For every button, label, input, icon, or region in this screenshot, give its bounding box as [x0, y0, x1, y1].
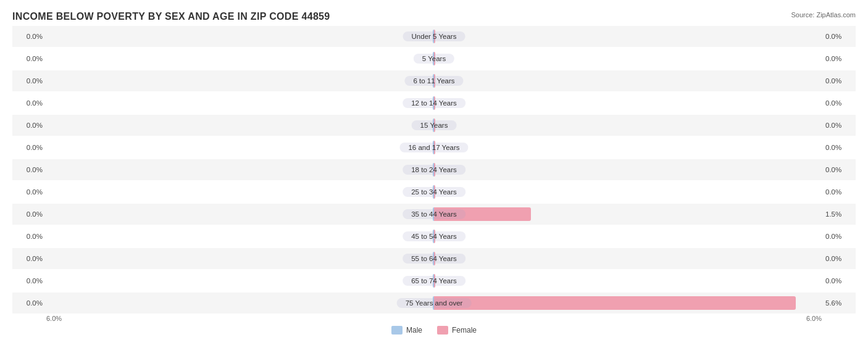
bar-track: 5 Years [46, 51, 822, 67]
female-bar [434, 274, 435, 288]
bar-center: 75 Years and over [46, 293, 822, 314]
bar-center: 55 to 64 Years [46, 248, 822, 269]
male-bar-container [46, 228, 434, 244]
legend-female-label: Female [452, 326, 477, 335]
female-bar [434, 96, 435, 110]
bar-track: 35 to 44 Years [46, 206, 822, 222]
left-value: 0.0% [12, 255, 46, 262]
female-bar [434, 118, 435, 132]
male-bar-container [46, 184, 434, 200]
axis-right: 6.0% [806, 315, 822, 322]
table-row: 0.0% 55 to 64 Years 0.0% [12, 248, 856, 269]
right-value: 0.0% [822, 99, 856, 107]
female-bar [434, 207, 531, 221]
left-value: 0.0% [12, 166, 46, 173]
bar-track: 16 and 17 Years [46, 139, 822, 156]
male-bar-container [46, 251, 434, 267]
left-value: 0.0% [12, 99, 46, 107]
bar-track: 55 to 64 Years [46, 251, 822, 267]
table-row: 0.0% 15 Years 0.0% [12, 115, 856, 136]
male-bar-container [46, 162, 434, 178]
left-value: 0.0% [12, 188, 46, 196]
female-bar-container [434, 117, 822, 133]
left-value: 0.0% [12, 33, 46, 40]
female-bar-container [434, 95, 822, 111]
female-bar [434, 296, 796, 310]
bar-track: 45 to 54 Years [46, 228, 822, 244]
bar-track: 12 to 14 Years [46, 95, 822, 111]
table-row: 0.0% 18 to 24 Years 0.0% [12, 159, 856, 180]
rows-container: 0.0% Under 5 Years 0.0% 0.0% [12, 26, 856, 314]
bar-track: 25 to 34 Years [46, 184, 822, 200]
left-value: 0.0% [12, 299, 46, 307]
right-value: 0.0% [822, 166, 856, 173]
right-value: 0.0% [822, 188, 856, 196]
bar-track: 18 to 24 Years [46, 162, 822, 178]
right-value: 0.0% [822, 144, 856, 151]
right-value: 0.0% [822, 122, 856, 129]
female-bar [434, 185, 435, 199]
axis-left: 6.0% [46, 315, 62, 322]
table-row: 0.0% 6 to 11 Years 0.0% [12, 70, 856, 91]
left-value: 0.0% [12, 122, 46, 129]
bar-center: 65 to 74 Years [46, 270, 822, 291]
female-bar [434, 52, 435, 65]
bar-track: 65 to 74 Years [46, 273, 822, 289]
table-row: 0.0% 16 and 17 Years 0.0% [12, 137, 856, 158]
male-bar-container [46, 206, 434, 222]
female-bar-container [434, 228, 822, 244]
female-swatch [437, 326, 448, 335]
right-value: 0.0% [822, 77, 856, 85]
legend-male-label: Male [406, 326, 422, 335]
bar-center: 6 to 11 Years [46, 70, 822, 91]
axis-labels: 6.0% 6.0% [12, 315, 856, 322]
bar-track: 15 Years [46, 117, 822, 133]
table-row: 0.0% 65 to 74 Years 0.0% [12, 270, 856, 291]
chart-title: INCOME BELOW POVERTY BY SEX AND AGE IN Z… [12, 11, 856, 22]
right-value: 5.6% [822, 299, 856, 307]
left-value: 0.0% [12, 233, 46, 240]
table-row: 0.0% 45 to 54 Years 0.0% [12, 226, 856, 247]
source-text: Source: ZipAtlas.com [791, 11, 856, 19]
left-value: 0.0% [12, 55, 46, 62]
female-bar [434, 74, 435, 88]
right-value: 1.5% [822, 210, 856, 218]
male-bar-container [46, 117, 434, 133]
bar-center: 16 and 17 Years [46, 137, 822, 158]
bar-center: Under 5 Years [46, 26, 822, 47]
left-value: 0.0% [12, 144, 46, 151]
female-bar [434, 230, 435, 243]
female-bar-container [434, 139, 822, 156]
male-bar-container [46, 273, 434, 289]
table-row: 0.0% 75 Years and over 5.6% [12, 293, 856, 314]
male-bar-container [46, 51, 434, 67]
female-bar-container [434, 51, 822, 67]
legend-male: Male [391, 326, 422, 335]
left-value: 0.0% [12, 210, 46, 218]
bar-track: 6 to 11 Years [46, 73, 822, 89]
female-bar-container [434, 251, 822, 267]
bar-center: 35 to 44 Years [46, 204, 822, 225]
table-row: 0.0% 35 to 44 Years 1.5% [12, 204, 856, 225]
male-swatch [391, 326, 403, 335]
bar-track: Under 5 Years [46, 28, 822, 44]
legend: Male Female [12, 326, 856, 335]
female-bar-container [434, 162, 822, 178]
male-bar-container [46, 28, 434, 44]
male-bar-container [46, 139, 434, 156]
chart-container: INCOME BELOW POVERTY BY SEX AND AGE IN Z… [0, 0, 868, 345]
left-value: 0.0% [12, 277, 46, 285]
right-value: 0.0% [822, 33, 856, 40]
bar-center: 15 Years [46, 115, 822, 136]
female-bar-container [434, 28, 822, 44]
female-bar-container [434, 295, 822, 311]
table-row: 0.0% 12 to 14 Years 0.0% [12, 93, 856, 114]
table-row: 0.0% 25 to 34 Years 0.0% [12, 181, 856, 202]
female-bar [434, 252, 435, 265]
right-value: 0.0% [822, 233, 856, 240]
female-bar-container [434, 206, 822, 222]
table-row: 0.0% Under 5 Years 0.0% [12, 26, 856, 47]
female-bar-container [434, 73, 822, 89]
female-bar [434, 141, 435, 154]
right-value: 0.0% [822, 255, 856, 262]
